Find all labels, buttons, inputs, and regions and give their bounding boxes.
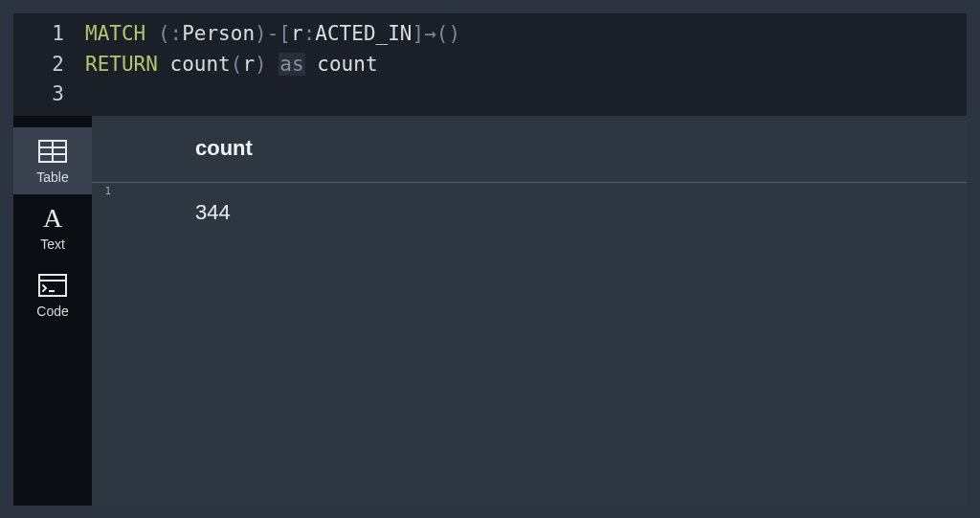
view-button-label: Code [36,304,68,319]
view-button-label: Text [40,236,65,252]
view-button-table[interactable]: Table [13,127,92,194]
table-row[interactable]: 1344 [92,183,967,225]
line-number: 2 [13,50,85,80]
view-button-label: Table [36,169,68,185]
view-button-text[interactable]: A Text [13,194,92,261]
editor-line[interactable]: 2RETURN count(r) as count [13,50,967,80]
row-index: 1 [92,183,111,197]
line-number: 3 [13,79,85,110]
cypher-editor[interactable]: 1MATCH (:Person)-[r:ACTED_IN]→()2RETURN … [13,13,967,116]
view-button-code[interactable]: Code [13,261,92,328]
code-content[interactable]: RETURN count(r) as count [85,50,378,80]
result-column-header: count [92,116,967,183]
table-icon [38,139,67,164]
code-content[interactable]: MATCH (:Person)-[r:ACTED_IN]→() [85,19,460,50]
result-panel: count 1344 [92,116,967,506]
editor-line[interactable]: 3 [13,79,967,110]
code-content[interactable] [85,79,98,110]
code-icon [38,273,67,298]
view-rail: Table A Text Code [13,116,92,506]
results-area: Table A Text Code count 1344 [13,116,967,506]
cell-value: 344 [111,183,231,225]
text-icon: A [38,206,67,231]
editor-line[interactable]: 1MATCH (:Person)-[r:ACTED_IN]→() [13,19,967,50]
line-number: 1 [13,19,85,50]
